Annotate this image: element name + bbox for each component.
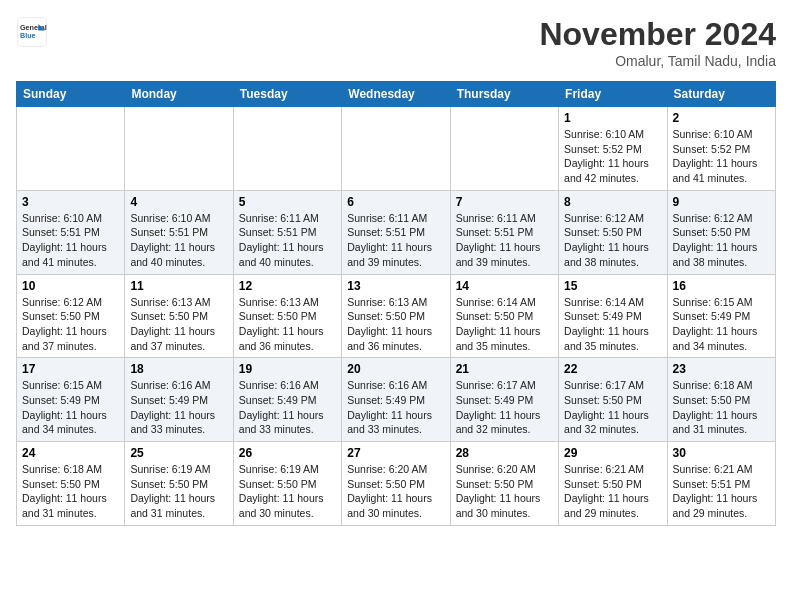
day-number: 30 (673, 446, 770, 460)
logo: General Blue (16, 16, 48, 48)
day-number: 17 (22, 362, 119, 376)
title-block: November 2024 Omalur, Tamil Nadu, India (539, 16, 776, 69)
day-number: 18 (130, 362, 227, 376)
day-of-week-header: Monday (125, 82, 233, 107)
calendar-day-cell: 5Sunrise: 6:11 AM Sunset: 5:51 PM Daylig… (233, 190, 341, 274)
calendar-day-cell: 10Sunrise: 6:12 AM Sunset: 5:50 PM Dayli… (17, 274, 125, 358)
calendar-day-cell: 22Sunrise: 6:17 AM Sunset: 5:50 PM Dayli… (559, 358, 667, 442)
day-number: 21 (456, 362, 553, 376)
day-number: 12 (239, 279, 336, 293)
calendar-day-cell: 29Sunrise: 6:21 AM Sunset: 5:50 PM Dayli… (559, 442, 667, 526)
day-info: Sunrise: 6:13 AM Sunset: 5:50 PM Dayligh… (239, 295, 336, 354)
calendar-week-row: 1Sunrise: 6:10 AM Sunset: 5:52 PM Daylig… (17, 107, 776, 191)
day-info: Sunrise: 6:18 AM Sunset: 5:50 PM Dayligh… (673, 378, 770, 437)
calendar-day-cell: 23Sunrise: 6:18 AM Sunset: 5:50 PM Dayli… (667, 358, 775, 442)
day-info: Sunrise: 6:10 AM Sunset: 5:51 PM Dayligh… (22, 211, 119, 270)
day-info: Sunrise: 6:13 AM Sunset: 5:50 PM Dayligh… (347, 295, 444, 354)
calendar-day-cell (233, 107, 341, 191)
day-info: Sunrise: 6:10 AM Sunset: 5:52 PM Dayligh… (673, 127, 770, 186)
calendar-day-cell: 8Sunrise: 6:12 AM Sunset: 5:50 PM Daylig… (559, 190, 667, 274)
calendar-day-cell: 20Sunrise: 6:16 AM Sunset: 5:49 PM Dayli… (342, 358, 450, 442)
calendar-day-cell: 21Sunrise: 6:17 AM Sunset: 5:49 PM Dayli… (450, 358, 558, 442)
day-of-week-header: Tuesday (233, 82, 341, 107)
day-info: Sunrise: 6:10 AM Sunset: 5:51 PM Dayligh… (130, 211, 227, 270)
day-of-week-header: Friday (559, 82, 667, 107)
day-number: 4 (130, 195, 227, 209)
day-of-week-header: Sunday (17, 82, 125, 107)
day-info: Sunrise: 6:11 AM Sunset: 5:51 PM Dayligh… (347, 211, 444, 270)
day-number: 14 (456, 279, 553, 293)
day-info: Sunrise: 6:10 AM Sunset: 5:52 PM Dayligh… (564, 127, 661, 186)
day-info: Sunrise: 6:14 AM Sunset: 5:50 PM Dayligh… (456, 295, 553, 354)
calendar-day-cell: 3Sunrise: 6:10 AM Sunset: 5:51 PM Daylig… (17, 190, 125, 274)
page-header: General Blue November 2024 Omalur, Tamil… (16, 16, 776, 69)
day-number: 27 (347, 446, 444, 460)
day-info: Sunrise: 6:20 AM Sunset: 5:50 PM Dayligh… (456, 462, 553, 521)
day-info: Sunrise: 6:11 AM Sunset: 5:51 PM Dayligh… (456, 211, 553, 270)
day-info: Sunrise: 6:16 AM Sunset: 5:49 PM Dayligh… (239, 378, 336, 437)
calendar-day-cell: 19Sunrise: 6:16 AM Sunset: 5:49 PM Dayli… (233, 358, 341, 442)
day-info: Sunrise: 6:21 AM Sunset: 5:51 PM Dayligh… (673, 462, 770, 521)
day-info: Sunrise: 6:20 AM Sunset: 5:50 PM Dayligh… (347, 462, 444, 521)
calendar-day-cell: 2Sunrise: 6:10 AM Sunset: 5:52 PM Daylig… (667, 107, 775, 191)
calendar-day-cell: 4Sunrise: 6:10 AM Sunset: 5:51 PM Daylig… (125, 190, 233, 274)
day-number: 9 (673, 195, 770, 209)
calendar-week-row: 17Sunrise: 6:15 AM Sunset: 5:49 PM Dayli… (17, 358, 776, 442)
calendar-day-cell: 27Sunrise: 6:20 AM Sunset: 5:50 PM Dayli… (342, 442, 450, 526)
calendar-day-cell: 17Sunrise: 6:15 AM Sunset: 5:49 PM Dayli… (17, 358, 125, 442)
day-info: Sunrise: 6:19 AM Sunset: 5:50 PM Dayligh… (130, 462, 227, 521)
day-number: 15 (564, 279, 661, 293)
day-info: Sunrise: 6:12 AM Sunset: 5:50 PM Dayligh… (22, 295, 119, 354)
day-number: 24 (22, 446, 119, 460)
day-info: Sunrise: 6:13 AM Sunset: 5:50 PM Dayligh… (130, 295, 227, 354)
day-info: Sunrise: 6:19 AM Sunset: 5:50 PM Dayligh… (239, 462, 336, 521)
day-number: 10 (22, 279, 119, 293)
day-number: 1 (564, 111, 661, 125)
day-info: Sunrise: 6:18 AM Sunset: 5:50 PM Dayligh… (22, 462, 119, 521)
calendar-day-cell: 24Sunrise: 6:18 AM Sunset: 5:50 PM Dayli… (17, 442, 125, 526)
day-info: Sunrise: 6:16 AM Sunset: 5:49 PM Dayligh… (130, 378, 227, 437)
day-info: Sunrise: 6:15 AM Sunset: 5:49 PM Dayligh… (673, 295, 770, 354)
logo-icon: General Blue (16, 16, 48, 48)
day-info: Sunrise: 6:15 AM Sunset: 5:49 PM Dayligh… (22, 378, 119, 437)
calendar-table: SundayMondayTuesdayWednesdayThursdayFrid… (16, 81, 776, 526)
calendar-day-cell: 28Sunrise: 6:20 AM Sunset: 5:50 PM Dayli… (450, 442, 558, 526)
day-number: 7 (456, 195, 553, 209)
calendar-day-cell (450, 107, 558, 191)
calendar-day-cell (125, 107, 233, 191)
day-info: Sunrise: 6:12 AM Sunset: 5:50 PM Dayligh… (564, 211, 661, 270)
calendar-day-cell: 18Sunrise: 6:16 AM Sunset: 5:49 PM Dayli… (125, 358, 233, 442)
day-of-week-header: Wednesday (342, 82, 450, 107)
day-number: 28 (456, 446, 553, 460)
calendar-day-cell: 12Sunrise: 6:13 AM Sunset: 5:50 PM Dayli… (233, 274, 341, 358)
day-info: Sunrise: 6:17 AM Sunset: 5:50 PM Dayligh… (564, 378, 661, 437)
calendar-header-row: SundayMondayTuesdayWednesdayThursdayFrid… (17, 82, 776, 107)
calendar-day-cell: 30Sunrise: 6:21 AM Sunset: 5:51 PM Dayli… (667, 442, 775, 526)
day-info: Sunrise: 6:14 AM Sunset: 5:49 PM Dayligh… (564, 295, 661, 354)
svg-text:Blue: Blue (20, 31, 36, 40)
day-of-week-header: Saturday (667, 82, 775, 107)
day-number: 11 (130, 279, 227, 293)
day-info: Sunrise: 6:17 AM Sunset: 5:49 PM Dayligh… (456, 378, 553, 437)
day-of-week-header: Thursday (450, 82, 558, 107)
calendar-body: 1Sunrise: 6:10 AM Sunset: 5:52 PM Daylig… (17, 107, 776, 526)
day-number: 13 (347, 279, 444, 293)
calendar-week-row: 3Sunrise: 6:10 AM Sunset: 5:51 PM Daylig… (17, 190, 776, 274)
calendar-day-cell (342, 107, 450, 191)
calendar-day-cell: 25Sunrise: 6:19 AM Sunset: 5:50 PM Dayli… (125, 442, 233, 526)
day-number: 23 (673, 362, 770, 376)
calendar-day-cell: 6Sunrise: 6:11 AM Sunset: 5:51 PM Daylig… (342, 190, 450, 274)
day-number: 29 (564, 446, 661, 460)
calendar-day-cell: 1Sunrise: 6:10 AM Sunset: 5:52 PM Daylig… (559, 107, 667, 191)
day-number: 3 (22, 195, 119, 209)
calendar-week-row: 10Sunrise: 6:12 AM Sunset: 5:50 PM Dayli… (17, 274, 776, 358)
calendar-day-cell: 9Sunrise: 6:12 AM Sunset: 5:50 PM Daylig… (667, 190, 775, 274)
day-info: Sunrise: 6:21 AM Sunset: 5:50 PM Dayligh… (564, 462, 661, 521)
calendar-day-cell: 15Sunrise: 6:14 AM Sunset: 5:49 PM Dayli… (559, 274, 667, 358)
day-number: 25 (130, 446, 227, 460)
day-info: Sunrise: 6:11 AM Sunset: 5:51 PM Dayligh… (239, 211, 336, 270)
day-number: 22 (564, 362, 661, 376)
calendar-day-cell: 16Sunrise: 6:15 AM Sunset: 5:49 PM Dayli… (667, 274, 775, 358)
calendar-day-cell (17, 107, 125, 191)
location: Omalur, Tamil Nadu, India (539, 53, 776, 69)
